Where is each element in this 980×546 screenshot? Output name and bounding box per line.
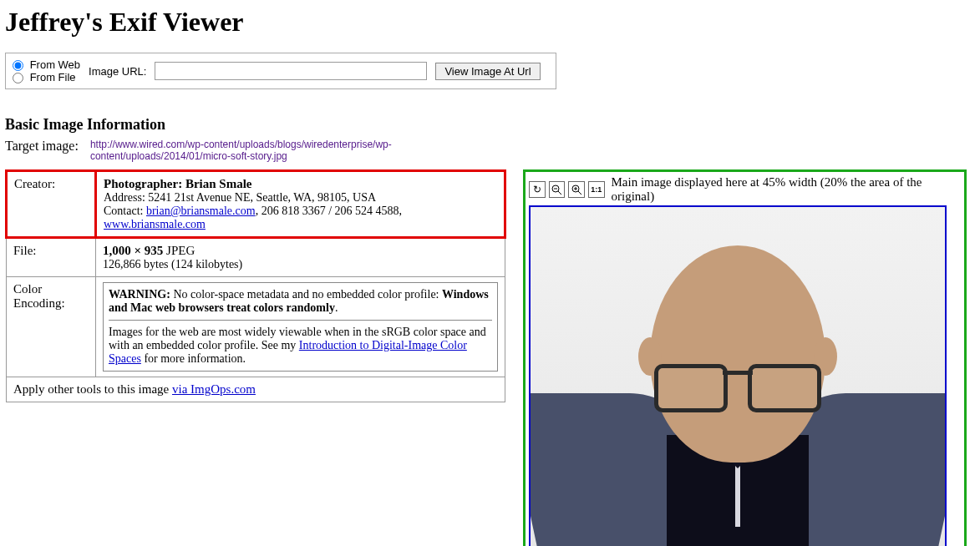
row-file: File: 1,000 × 935 JPEG 126,866 bytes (12…	[7, 238, 505, 277]
creator-email-link[interactable]: brian@briansmale.com	[146, 205, 256, 217]
rotate-icon[interactable]: ↻	[529, 181, 546, 198]
file-dims-suffix: JPEG	[163, 244, 195, 257]
creator-key: Creator:	[7, 171, 96, 238]
creator-photographer: Photographer: Brian Smale	[104, 177, 252, 190]
radio-from-file-label: From File	[30, 71, 76, 83]
creator-address: Address: 5241 21st Avenue NE, Seattle, W…	[104, 191, 497, 205]
warn-period: .	[335, 301, 338, 314]
preview-caption: Main image displayed here at 45% width (…	[612, 175, 962, 204]
warn-text: No color-space metadata and no embedded …	[170, 288, 442, 301]
section-heading: Basic Image Information	[5, 116, 975, 134]
row-creator: Creator: Photographer: Brian Smale Addre…	[7, 171, 505, 238]
color-warning-box: WARNING: No color-space metadata and no …	[103, 282, 498, 372]
creator-phones: , 206 818 3367 / 206 524 4588,	[256, 205, 402, 217]
radio-from-web[interactable]: From Web	[13, 58, 80, 71]
view-image-button[interactable]: View Image At Url	[435, 63, 540, 80]
color-key: Color Encoding:	[7, 277, 96, 377]
info-table: Creator: Photographer: Brian Smale Addre…	[5, 169, 506, 402]
source-form: From Web From File Image URL: View Image…	[5, 53, 556, 89]
warn-label: WARNING:	[109, 288, 170, 301]
file-dims: 1,000 × 935	[103, 244, 163, 257]
zoom-in-icon[interactable]	[568, 181, 585, 198]
url-input[interactable]	[155, 62, 427, 80]
actual-size-icon[interactable]: 1:1	[588, 181, 605, 198]
target-label: Target image:	[5, 139, 79, 154]
file-key: File:	[7, 238, 96, 277]
file-bytes: 126,866 bytes (124 kilobytes)	[103, 258, 498, 271]
svg-line-4	[578, 191, 581, 195]
url-label: Image URL:	[89, 65, 146, 78]
contact-prefix: Contact:	[104, 205, 146, 217]
target-url: http://www.wired.com/wp-content/uploads/…	[90, 139, 500, 162]
row-footer: Apply other tools to this image via ImgO…	[7, 377, 505, 402]
row-color: Color Encoding: WARNING: No color-space …	[7, 277, 505, 377]
preview-panel: ↻ 1:1 Main image displayed here at 45% w…	[523, 169, 967, 546]
footer-pre: Apply other tools to this image	[13, 382, 172, 396]
svg-line-1	[558, 191, 561, 195]
radio-from-web-label: From Web	[30, 58, 80, 71]
page-title: Jeffrey's Exif Viewer	[5, 7, 975, 38]
main-image[interactable]	[529, 205, 947, 546]
zoom-out-icon[interactable]	[549, 181, 566, 198]
radio-from-file[interactable]: From File	[13, 71, 76, 83]
color-body-post: for more information.	[141, 352, 246, 365]
imgops-link[interactable]: via ImgOps.com	[172, 382, 256, 396]
creator-site-link[interactable]: www.briansmale.com	[104, 218, 206, 230]
